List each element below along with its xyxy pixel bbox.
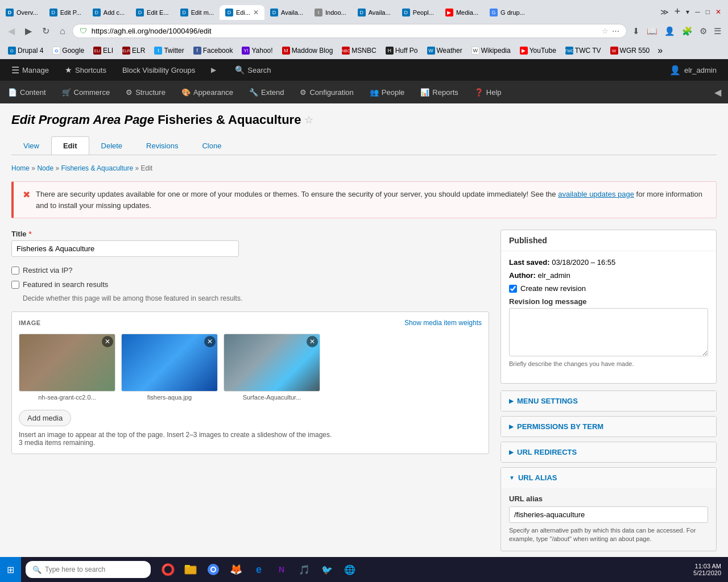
admin-bar-block-visibility[interactable]: Block Visibility Groups (115, 59, 202, 81)
bookmark-elr[interactable]: ELR ELR (119, 45, 148, 56)
bookmark-wikipedia[interactable]: W Wikipedia (468, 45, 514, 56)
permissions-header[interactable]: ▶ PERMISSIONS BY TERM (501, 417, 716, 436)
browser-tab-7[interactable]: D Availa... (264, 5, 309, 20)
remove-image-1-button[interactable]: ✕ (102, 336, 113, 347)
admin-bar-shortcuts[interactable]: ★ Shortcuts (58, 59, 113, 81)
url-alias-header[interactable]: ▼ URL ALIAS (501, 468, 716, 488)
taskbar-file-explorer-icon[interactable] (180, 559, 201, 565)
bookmark-maddow[interactable]: M Maddow Blog (279, 45, 337, 56)
nav-reports[interactable]: 📊 Reports (412, 81, 466, 103)
browser-tab-1[interactable]: D Overv... (0, 5, 44, 20)
nav-appearance[interactable]: 🎨 Appearance (173, 81, 241, 103)
restrict-ip-checkbox[interactable] (11, 267, 19, 275)
url-alias-input[interactable] (509, 506, 708, 523)
tabs-more-button[interactable]: ≫ (658, 5, 671, 19)
bookmark-wgr[interactable]: W WGR 550 (607, 45, 653, 56)
bookmark-yahoo[interactable]: Y! Yahoo! (238, 45, 276, 56)
nav-extend[interactable]: 🔧 Extend (241, 81, 292, 103)
remove-image-2-button[interactable]: ✕ (204, 336, 216, 347)
download-icon[interactable]: ⬇ (630, 24, 642, 39)
title-input[interactable] (11, 240, 239, 257)
tab-view[interactable]: View (11, 136, 51, 155)
settings-icon[interactable]: ⚙ (697, 24, 709, 39)
url-redirects-header[interactable]: ▶ URL REDIRECTS (501, 442, 716, 462)
admin-bar-search[interactable]: 🔍 Search (228, 59, 278, 81)
bookmark-eli[interactable]: ELI ELI (90, 45, 117, 56)
extensions-icon[interactable]: 🧩 (680, 24, 695, 39)
browser-tab-3[interactable]: D Add c... (87, 5, 130, 20)
more-icon[interactable]: ⋯ (612, 27, 619, 35)
admin-bar-manage[interactable]: ☰ Manage (5, 59, 56, 81)
url-input[interactable] (92, 27, 597, 35)
reload-button[interactable]: ↻ (39, 23, 53, 39)
create-revision-label[interactable]: Create new revision (520, 284, 586, 293)
tab-close-6[interactable]: ✕ (253, 9, 259, 16)
nav-pin-button[interactable]: ◀ (708, 87, 728, 98)
bookmark-facebook[interactable]: f Facebook (190, 45, 237, 56)
taskbar-clock[interactable]: 11:03 AM 5/21/2020 (693, 563, 721, 565)
sync-icon[interactable]: 👤 (662, 24, 677, 39)
revision-log-textarea[interactable] (509, 308, 708, 356)
browser-tab-10[interactable]: D Peopl... (396, 5, 440, 20)
bookmark-huffpo[interactable]: H Huff Po (382, 45, 421, 56)
taskbar-search-box[interactable]: 🔍 (26, 561, 151, 565)
remove-image-3-button[interactable]: ✕ (307, 336, 318, 347)
menu-icon[interactable]: ☰ (712, 24, 723, 39)
taskbar-music-icon[interactable]: 🎵 (294, 559, 315, 565)
reading-list-icon[interactable]: 📖 (644, 24, 660, 39)
bookmark-star-icon[interactable]: ☆ (602, 27, 609, 35)
nav-commerce[interactable]: 🛒 Commerce (54, 81, 118, 103)
browser-tab-2[interactable]: D Edit P... (44, 5, 87, 20)
show-weights-link[interactable]: Show media item weights (404, 319, 482, 327)
available-updates-link[interactable]: available updates page (558, 190, 634, 198)
address-bar[interactable]: 🛡 ☆ ⋯ (72, 24, 627, 38)
featured-search-label[interactable]: Featured in search results (23, 280, 108, 289)
browser-tab-8[interactable]: I Indoo... (309, 5, 352, 20)
home-button[interactable]: ⌂ (56, 24, 69, 39)
bookmark-weather[interactable]: W Weather (424, 45, 466, 56)
browser-tab-6-active[interactable]: D Edi... ✕ (220, 5, 264, 20)
forward-button[interactable]: ▶ (22, 23, 35, 39)
browser-tab-11[interactable]: ▶ Media... (440, 5, 484, 20)
start-button[interactable]: ⊞ (0, 557, 21, 565)
close-button[interactable]: ✕ (713, 6, 723, 18)
menu-settings-header[interactable]: ▶ MENU SETTINGS (501, 391, 716, 411)
nav-configuration[interactable]: ⚙ Configuration (292, 81, 361, 103)
maximize-button[interactable]: □ (704, 6, 712, 18)
browser-tab-9[interactable]: D Availa... (352, 5, 396, 20)
create-revision-checkbox[interactable] (509, 285, 517, 293)
breadcrumb-node[interactable]: Node (37, 164, 53, 172)
restrict-ip-label[interactable]: Restrict via IP? (23, 266, 72, 275)
bookmark-twitter[interactable]: t Twitter (151, 45, 187, 56)
bookmark-youtube[interactable]: ▶ YouTube (516, 45, 560, 56)
taskbar-firefox-icon[interactable]: 🦊 (226, 559, 246, 565)
featured-search-checkbox[interactable] (11, 281, 19, 289)
taskbar-chrome-icon[interactable] (203, 559, 224, 565)
taskbar-cortana-icon[interactable]: ⭕ (158, 559, 178, 565)
taskbar-edge-icon[interactable]: e (249, 559, 269, 565)
tab-list-button[interactable]: ▾ (684, 6, 692, 18)
taskbar-app7-icon[interactable]: 🐦 (317, 559, 337, 565)
browser-tab-5[interactable]: D Edit m... (175, 5, 220, 20)
tab-clone[interactable]: Clone (190, 136, 233, 155)
nav-people[interactable]: 👥 People (362, 81, 412, 103)
minimize-button[interactable]: ─ (693, 6, 702, 18)
browser-tab-4[interactable]: D Edit E... (130, 5, 175, 20)
browser-tab-12[interactable]: G G drup... (484, 5, 531, 20)
bookmark-drupal4[interactable]: D Drupal 4 (5, 45, 47, 56)
tab-revisions[interactable]: Revisions (134, 136, 190, 155)
bookmark-google[interactable]: G Google (49, 45, 88, 56)
add-media-button[interactable]: Add media (19, 410, 71, 426)
new-tab-button[interactable]: + (672, 3, 683, 20)
bookmark-msnbc[interactable]: NBC MSNBC (338, 45, 379, 56)
breadcrumb-page[interactable]: Fisheries & Aquaculture (61, 164, 133, 172)
favorite-star-icon[interactable]: ☆ (304, 114, 313, 126)
admin-bar-user[interactable]: 👤 elr_admin (663, 65, 723, 76)
bookmarks-more-button[interactable]: » (655, 44, 665, 57)
admin-bar-civicm[interactable]: ▶ (204, 59, 226, 81)
bookmark-twctv[interactable]: TWC TWC TV (562, 45, 605, 56)
tab-edit[interactable]: Edit (51, 136, 89, 155)
breadcrumb-home[interactable]: Home (11, 164, 30, 172)
nav-help[interactable]: ❓ Help (466, 81, 510, 103)
back-button[interactable]: ◀ (5, 23, 18, 39)
